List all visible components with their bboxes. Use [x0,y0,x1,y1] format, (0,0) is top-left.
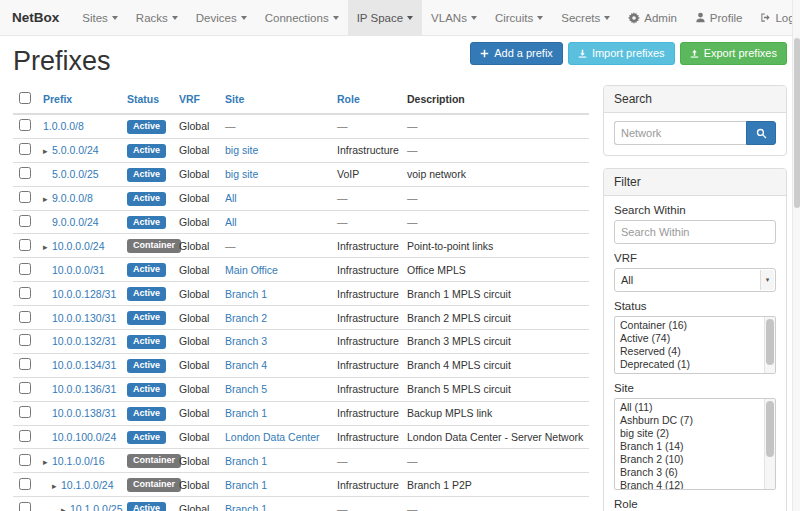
select-option[interactable]: Ashburn DC (7) [615,414,775,427]
status-badge: Active [127,407,166,421]
nav-item-profile[interactable]: Profile [686,0,752,35]
description-cell: Branch 3 MPLS circuit [401,330,589,354]
row-checkbox[interactable] [19,287,31,299]
select-option[interactable]: Container (16) [615,319,775,332]
site-link[interactable]: Branch 1 [225,455,267,467]
site-link[interactable]: Branch 1 [225,503,267,511]
prefix-link[interactable]: 10.0.0.128/31 [52,288,116,300]
select-option[interactable]: Active (74) [615,332,775,345]
select-option[interactable]: Branch 3 (6) [615,466,775,479]
status-badge: Container [127,239,181,253]
nav-item-sites[interactable]: Sites [73,0,127,35]
row-checkbox[interactable] [19,191,31,203]
search-within-input[interactable] [614,220,776,244]
column-header-site[interactable]: Site [225,93,244,105]
prefix-link[interactable]: 10.0.0.0/24 [52,240,105,252]
site-link[interactable]: Branch 4 [225,359,267,371]
row-checkbox[interactable] [19,382,31,394]
page-scrollbar[interactable] [792,0,800,511]
prefix-link[interactable]: 10.1.0.0/16 [52,455,105,467]
prefix-link[interactable]: 10.1.0.0/25 [70,503,123,511]
column-header-role[interactable]: Role [337,93,360,105]
search-input[interactable] [614,121,746,145]
prefix-link[interactable]: 9.0.0.0/8 [52,192,93,204]
select-option[interactable]: Branch 2 (10) [615,453,775,466]
export-prefixes-button[interactable]: Export prefixes [680,42,787,65]
select-option[interactable]: Deprecated (1) [615,358,775,371]
prefix-link[interactable]: 10.0.100.0/24 [52,431,116,443]
column-header-prefix[interactable]: Prefix [43,93,72,105]
nav-item-label: Secrets [561,12,600,24]
vrf-cell: Global [173,401,219,425]
site-link[interactable]: Main Office [225,264,278,276]
site-link[interactable]: All [225,216,237,228]
row-checkbox[interactable] [19,239,31,251]
select-option[interactable]: big site (2) [615,427,775,440]
row-checkbox[interactable] [19,358,31,370]
row-checkbox[interactable] [19,430,31,442]
chevron-down-icon [537,16,543,20]
row-checkbox[interactable] [19,215,31,227]
prefix-link[interactable]: 9.0.0.0/24 [52,216,99,228]
row-checkbox[interactable] [19,167,31,179]
description-cell: Branch 4 MPLS circuit [401,353,589,377]
column-header-vrf[interactable]: VRF [179,93,200,105]
site-link[interactable]: London Data Center [225,431,320,443]
prefix-link[interactable]: 10.1.0.0/24 [61,479,114,491]
row-checkbox[interactable] [19,263,31,275]
brand[interactable]: NetBox [12,0,73,35]
vrf-cell: Global [173,449,219,473]
prefix-link[interactable]: 5.0.0.0/24 [52,144,99,156]
description-cell: Backup MPLS link [401,401,589,425]
nav-item-devices[interactable]: Devices [187,0,256,35]
row-checkbox[interactable] [19,334,31,346]
select-option[interactable]: Reserved (4) [615,345,775,358]
nav-item-label: Devices [196,12,237,24]
nav-item-connections[interactable]: Connections [256,0,348,35]
prefix-link[interactable]: 10.0.0.130/31 [52,312,116,324]
select-all-checkbox[interactable] [19,92,31,104]
search-button[interactable] [746,121,776,145]
prefix-link[interactable]: 10.0.0.138/31 [52,407,116,419]
nav-item-ip-space[interactable]: IP Space [348,0,422,35]
row-checkbox[interactable] [19,454,31,466]
prefix-link[interactable]: 10.0.0.0/31 [52,264,105,276]
row-checkbox[interactable] [19,143,31,155]
select-option[interactable]: Branch 4 (12) [615,479,775,490]
status-listbox[interactable]: Container (16)Active (74)Reserved (4)Dep… [614,316,776,374]
row-checkbox[interactable] [19,502,31,511]
import-prefixes-button[interactable]: Import prefixes [568,42,675,65]
row-checkbox[interactable] [19,311,31,323]
site-link[interactable]: Branch 1 [225,407,267,419]
prefix-link[interactable]: 1.0.0.0/8 [43,120,84,132]
site-link[interactable]: All [225,192,237,204]
nav-item-circuits[interactable]: Circuits [486,0,552,35]
site-link[interactable]: Branch 3 [225,335,267,347]
row-checkbox[interactable] [19,406,31,418]
prefix-link[interactable]: 5.0.0.0/25 [52,168,99,180]
select-option[interactable]: All (11) [615,401,775,414]
prefix-link[interactable]: 10.0.0.132/31 [52,335,116,347]
listbox-scrollbar[interactable] [764,317,775,373]
row-checkbox[interactable] [19,478,31,490]
vrf-select[interactable]: All ▾ [614,268,776,292]
prefix-link[interactable]: 10.0.0.136/31 [52,383,116,395]
site-link[interactable]: Branch 1 [225,288,267,300]
column-header-status[interactable]: Status [127,93,159,105]
site-listbox[interactable]: All (11)Ashburn DC (7)big site (2)Branch… [614,398,776,490]
site-link[interactable]: big site [225,168,258,180]
listbox-scrollbar[interactable] [764,399,775,489]
site-link[interactable]: big site [225,144,258,156]
row-checkbox[interactable] [19,119,31,131]
nav-item-vlans[interactable]: VLANs [422,0,486,35]
nav-item-admin[interactable]: Admin [619,0,686,35]
site-link[interactable]: Branch 1 [225,479,267,491]
site-link[interactable]: Branch 5 [225,383,267,395]
site-link[interactable]: Branch 2 [225,312,267,324]
select-option[interactable]: Branch 1 (14) [615,440,775,453]
nav-item-secrets[interactable]: Secrets [552,0,619,35]
add-prefix-button[interactable]: Add a prefix [470,42,563,65]
nav-item-racks[interactable]: Racks [127,0,187,35]
prefix-table-container: Prefix Status VRF Site Role Description … [13,85,589,511]
prefix-link[interactable]: 10.0.0.134/31 [52,359,116,371]
